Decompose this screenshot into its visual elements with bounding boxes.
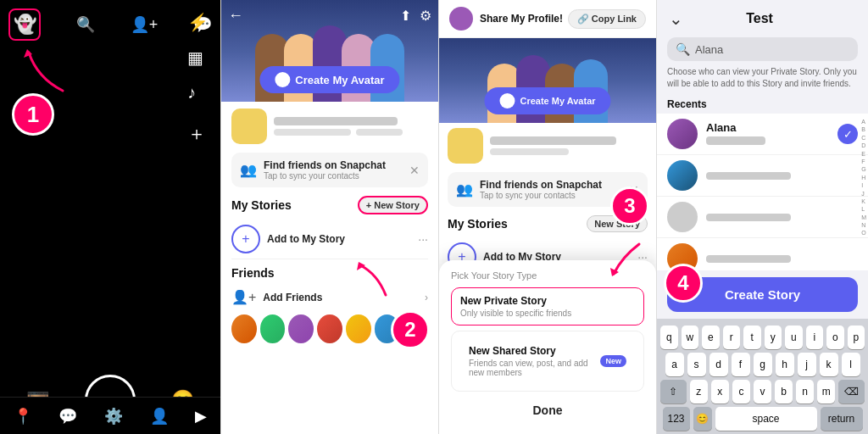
key-s[interactable]: s — [687, 353, 706, 376]
keyboard[interactable]: q w e r t y u i o p a s d f g h j k l ⇧ … — [657, 319, 868, 434]
flash-icon[interactable]: ⚡ — [187, 12, 209, 32]
add-friends-icon: 👤+ — [231, 289, 256, 305]
recents-label: Recents — [657, 95, 868, 114]
kb-row-3: ⇧ z x c v b n m ⌫ — [660, 380, 865, 403]
contact-avatar-2 — [667, 160, 698, 191]
key-z[interactable]: z — [690, 380, 708, 403]
create-story-panel: ⌄ Test 🔍 Alana Choose who can view your … — [656, 0, 868, 434]
close-find-friends[interactable]: ✕ — [409, 164, 420, 177]
key-f[interactable]: f — [732, 353, 750, 376]
key-b[interactable]: b — [775, 380, 793, 403]
search-icon-4: 🔍 — [676, 42, 690, 56]
key-m[interactable]: m — [817, 380, 835, 403]
shared-story-option[interactable]: New Shared Story Friends can view, post,… — [451, 331, 644, 392]
key-i[interactable]: i — [806, 326, 824, 349]
new-story-button[interactable]: + New Story — [358, 196, 428, 214]
search-bar[interactable]: 🔍 Alana — [667, 37, 858, 61]
contact-name-bar-4 — [706, 255, 791, 263]
key-t[interactable]: t — [743, 326, 761, 349]
contact-avatar-3 — [667, 202, 698, 232]
find-friends-box[interactable]: 👥 Find friends on Snapchat Tap to sync y… — [231, 153, 428, 187]
copy-link-button[interactable]: 🔗 Copy Link — [568, 9, 646, 29]
key-x[interactable]: x — [711, 380, 729, 403]
grid-icon[interactable]: ▦ — [187, 47, 209, 68]
key-j[interactable]: j — [798, 353, 816, 376]
share-profile-text: Share My Profile! — [480, 13, 563, 25]
key-d[interactable]: d — [709, 353, 728, 376]
back-icon[interactable]: ← — [228, 7, 243, 25]
key-backspace[interactable]: ⌫ — [838, 380, 865, 403]
arrow-to-new-story — [352, 248, 394, 303]
settings-icon[interactable]: ⚙️ — [104, 407, 123, 426]
key-a[interactable]: a — [665, 353, 684, 376]
story-circle-icon: + — [231, 225, 260, 253]
contact-list: Alana ✓ — [657, 114, 868, 270]
chat-nav-icon[interactable]: 💬 — [58, 407, 77, 426]
search-input[interactable]: Alana — [695, 43, 849, 56]
back-chevron-icon[interactable]: ⌄ — [669, 8, 683, 29]
friend-avatar-5 — [346, 314, 371, 343]
shared-story-label: New Shared Story — [469, 345, 600, 357]
header-image-3: Create My Avatar — [439, 38, 656, 123]
key-c[interactable]: c — [732, 380, 750, 403]
key-q[interactable]: q — [660, 326, 678, 349]
key-y[interactable]: y — [765, 326, 782, 349]
key-l[interactable]: l — [842, 353, 860, 376]
key-r[interactable]: r — [723, 326, 741, 349]
key-u[interactable]: u — [785, 326, 803, 349]
key-o[interactable]: o — [826, 326, 844, 349]
find-friends-icon: 👥 — [240, 162, 257, 178]
contact-item-3[interactable] — [657, 197, 868, 238]
friend-avatar-2 — [260, 314, 286, 343]
add-to-story-row[interactable]: + Add to My Story ··· — [231, 220, 428, 259]
find-friends-text-3: Find friends on Snapchat Tap to sync you… — [480, 179, 602, 200]
key-emoji[interactable]: 😊 — [693, 407, 712, 431]
key-v[interactable]: v — [754, 380, 771, 403]
my-stories-header: My Stories + New Story — [231, 196, 428, 214]
key-num[interactable]: 123 — [663, 407, 690, 431]
key-k[interactable]: k — [820, 353, 838, 376]
create-avatar-button[interactable]: Create My Avatar — [259, 66, 399, 93]
create-avatar-button-3[interactable]: Create My Avatar — [484, 87, 610, 114]
key-w[interactable]: w — [682, 326, 699, 349]
find-friends-text: Find friends on Snapchat Tap to sync you… — [264, 159, 386, 181]
key-space[interactable]: space — [715, 407, 817, 431]
profile-name-bar — [274, 117, 398, 125]
profile-avatar — [231, 108, 267, 144]
key-p[interactable]: p — [848, 326, 865, 349]
contact-item-2[interactable] — [657, 155, 868, 197]
key-h[interactable]: h — [776, 353, 794, 376]
check-circle-alana: ✓ — [837, 124, 858, 144]
search-icon[interactable]: 🔍 — [76, 15, 95, 34]
friends-nav-icon[interactable]: 👤 — [150, 407, 169, 426]
contact-item-alana[interactable]: Alana ✓ — [657, 114, 868, 155]
ghost-icon-box[interactable]: 👻 — [8, 8, 41, 41]
friend-avatar-1 — [231, 314, 257, 343]
arrow-to-ghost — [20, 44, 71, 98]
music-icon[interactable]: ♪ — [187, 83, 209, 103]
panel-4-title: Test — [690, 11, 829, 26]
profile-name-bar-3 — [490, 136, 616, 145]
step-1-bubble: 1 — [12, 93, 54, 136]
play-icon[interactable]: ▶ — [195, 407, 207, 426]
private-story-option[interactable]: New Private Story Only visible to specif… — [451, 287, 644, 326]
ghost-icon: 👻 — [14, 14, 36, 36]
new-badge: New — [600, 355, 626, 367]
key-shift[interactable]: ⇧ — [660, 380, 687, 403]
add-icon[interactable]: ＋ — [187, 121, 209, 147]
settings-snap-icon[interactable]: ⚙ — [420, 8, 431, 24]
add-friends-row[interactable]: 👤+ Add Friends › — [231, 285, 428, 309]
contact-avatar-alana — [667, 119, 698, 149]
add-to-story-text: Add to My Story — [267, 233, 345, 245]
map-icon[interactable]: 📍 — [14, 407, 32, 426]
key-return[interactable]: return — [821, 407, 863, 431]
more-dots[interactable]: ··· — [418, 232, 428, 246]
upload-icon[interactable]: ⬆ — [400, 8, 411, 24]
add-friend-icon[interactable]: 👤+ — [131, 15, 159, 34]
done-button[interactable]: Done — [451, 397, 644, 424]
camera-panel: 👻 🔍 👤+ 💬 1 ⚡ ▦ ♪ ＋ 🎞️ 😊 📍 💬 ⚙️ 👤 ▶ — [0, 0, 220, 434]
step-3-bubble: 3 — [610, 186, 649, 225]
key-g[interactable]: g — [754, 353, 772, 376]
key-e[interactable]: e — [702, 326, 720, 349]
key-n[interactable]: n — [796, 380, 814, 403]
